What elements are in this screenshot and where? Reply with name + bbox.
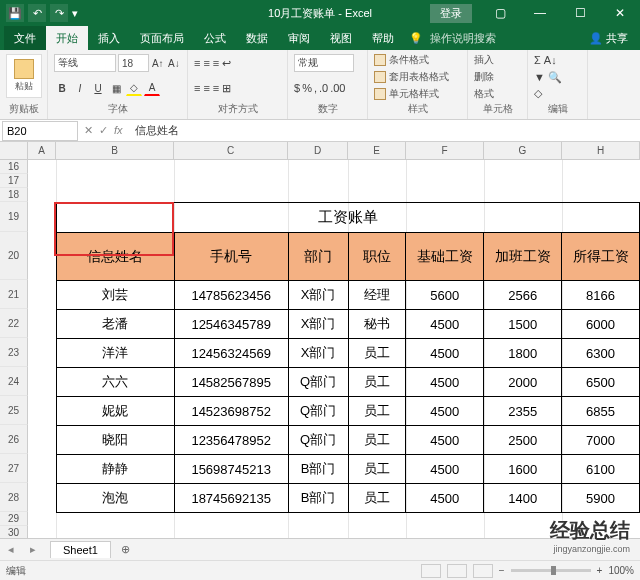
tab-review[interactable]: 审阅 (278, 26, 320, 50)
table-cell[interactable]: 1500 (484, 310, 562, 339)
font-color-button[interactable]: A (144, 80, 160, 96)
increase-font-icon[interactable]: A↑ (151, 55, 165, 71)
row-header[interactable]: 18 (0, 188, 28, 202)
row-header[interactable]: 28 (0, 483, 28, 512)
font-size-select[interactable]: 18 (118, 54, 149, 72)
row-header[interactable]: 21 (0, 280, 28, 309)
qat-more-icon[interactable]: ▾ (72, 7, 78, 20)
ribbon-options-icon[interactable]: ▢ (480, 0, 520, 26)
select-all-corner[interactable] (0, 142, 28, 159)
table-cell[interactable]: 员工 (348, 397, 406, 426)
row-header[interactable]: 23 (0, 338, 28, 367)
table-cell[interactable]: 六六 (57, 368, 175, 397)
table-cell[interactable]: B部门 (288, 484, 348, 513)
cell-styles-button[interactable]: 单元格样式 (374, 85, 461, 102)
table-cell[interactable]: 14523698752 (174, 397, 288, 426)
zoom-in-icon[interactable]: + (597, 565, 603, 576)
tab-data[interactable]: 数据 (236, 26, 278, 50)
table-cell[interactable]: 12356478952 (174, 426, 288, 455)
table-header[interactable]: 基础工资 (406, 233, 484, 281)
find-icon[interactable]: 🔍 (548, 71, 562, 84)
format-table-button[interactable]: 套用表格格式 (374, 69, 461, 86)
decrease-decimal-icon[interactable]: .00 (330, 82, 345, 94)
conditional-format-button[interactable]: 条件格式 (374, 52, 461, 69)
enter-icon[interactable]: ✓ (99, 124, 108, 137)
table-header[interactable]: 所得工资 (562, 233, 640, 281)
col-header[interactable]: D (288, 142, 348, 159)
table-cell[interactable]: 员工 (348, 368, 406, 397)
table-cell[interactable]: 5600 (406, 281, 484, 310)
table-cell[interactable]: 1600 (484, 455, 562, 484)
row-header[interactable]: 26 (0, 425, 28, 454)
align-left-icon[interactable]: ≡ (194, 82, 200, 94)
tell-me-icon[interactable]: 💡 (408, 32, 424, 45)
table-cell[interactable]: 6100 (562, 455, 640, 484)
table-cell[interactable]: 18745692135 (174, 484, 288, 513)
table-cell[interactable]: 2500 (484, 426, 562, 455)
sheet-nav-next-icon[interactable]: ▸ (22, 543, 44, 556)
row-header[interactable]: 25 (0, 396, 28, 425)
number-format-select[interactable]: 常规 (294, 54, 354, 72)
table-cell[interactable]: Q部门 (288, 368, 348, 397)
tab-view[interactable]: 视图 (320, 26, 362, 50)
table-header[interactable]: 部门 (288, 233, 348, 281)
row-header[interactable]: 29 (0, 512, 28, 526)
row-header[interactable]: 19 (0, 202, 28, 232)
col-header[interactable]: A (28, 142, 56, 159)
table-cell[interactable]: 6500 (562, 368, 640, 397)
table-cell[interactable]: 员工 (348, 426, 406, 455)
table-cell[interactable]: B部门 (288, 455, 348, 484)
table-cell[interactable]: 6855 (562, 397, 640, 426)
col-header[interactable]: H (562, 142, 640, 159)
delete-cells-button[interactable]: 删除 (474, 69, 521, 86)
sheet-nav-prev-icon[interactable]: ◂ (0, 543, 22, 556)
save-icon[interactable]: 💾 (6, 4, 24, 22)
redo-icon[interactable]: ↷ (50, 4, 68, 22)
underline-button[interactable]: U (90, 80, 106, 96)
table-cell[interactable]: 妮妮 (57, 397, 175, 426)
table-title[interactable]: 工资账单 (57, 203, 640, 233)
table-cell[interactable]: 员工 (348, 339, 406, 368)
table-cell[interactable]: 静静 (57, 455, 175, 484)
autosum-icon[interactable]: Σ (534, 54, 541, 66)
page-layout-view-icon[interactable] (447, 564, 467, 578)
table-cell[interactable]: X部门 (288, 310, 348, 339)
table-header[interactable]: 加班工资 (484, 233, 562, 281)
table-cell[interactable]: X部门 (288, 339, 348, 368)
table-cell[interactable]: 7000 (562, 426, 640, 455)
table-cell[interactable]: 12546345789 (174, 310, 288, 339)
table-cell[interactable]: 洋洋 (57, 339, 175, 368)
table-cell[interactable]: 员工 (348, 455, 406, 484)
tab-layout[interactable]: 页面布局 (130, 26, 194, 50)
table-cell[interactable]: 6300 (562, 339, 640, 368)
table-cell[interactable]: Q部门 (288, 426, 348, 455)
table-cell[interactable]: 员工 (348, 484, 406, 513)
table-cell[interactable]: 2000 (484, 368, 562, 397)
format-cells-button[interactable]: 格式 (474, 85, 521, 102)
currency-icon[interactable]: $ (294, 82, 300, 94)
percent-icon[interactable]: % (302, 82, 312, 94)
table-cell[interactable]: 2355 (484, 397, 562, 426)
table-cell[interactable]: 秘书 (348, 310, 406, 339)
col-header[interactable]: C (174, 142, 288, 159)
share-button[interactable]: 👤 共享 (581, 31, 636, 46)
clear-icon[interactable]: ◇ (534, 87, 542, 100)
sheet-tab[interactable]: Sheet1 (50, 541, 111, 558)
row-header[interactable]: 27 (0, 454, 28, 483)
table-cell[interactable]: Q部门 (288, 397, 348, 426)
close-button[interactable]: ✕ (600, 0, 640, 26)
row-header[interactable]: 16 (0, 160, 28, 174)
tell-me-input[interactable]: 操作说明搜索 (430, 31, 496, 46)
align-bottom-icon[interactable]: ≡ (213, 57, 219, 69)
formula-bar[interactable]: 信息姓名 (129, 123, 640, 138)
row-header[interactable]: 20 (0, 232, 28, 280)
font-name-select[interactable]: 等线 (54, 54, 116, 72)
table-cell[interactable]: 4500 (406, 339, 484, 368)
align-top-icon[interactable]: ≡ (194, 57, 200, 69)
align-middle-icon[interactable]: ≡ (203, 57, 209, 69)
border-button[interactable]: ▦ (108, 80, 124, 96)
tab-formula[interactable]: 公式 (194, 26, 236, 50)
table-cell[interactable]: 4500 (406, 368, 484, 397)
col-header[interactable]: B (56, 142, 174, 159)
name-box[interactable]: B20 (2, 121, 78, 141)
